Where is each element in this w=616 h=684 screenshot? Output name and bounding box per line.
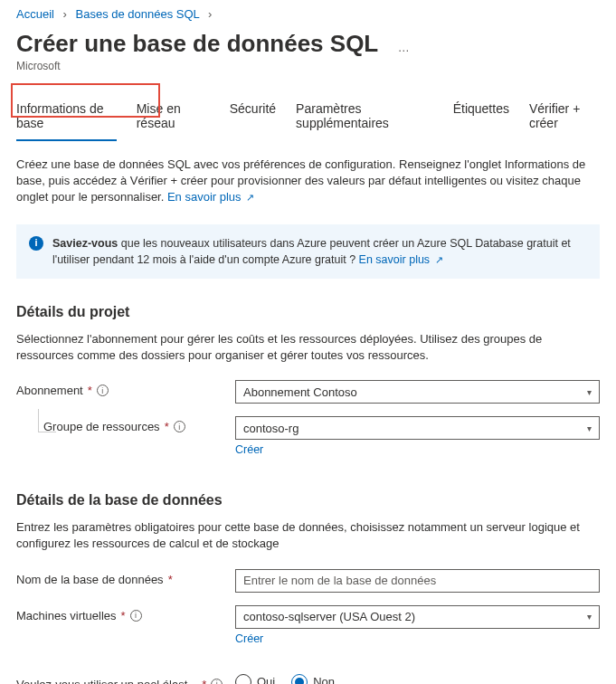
database-name-input[interactable] [235,569,600,593]
field-subscription: Abonnement * i Abonnement Contoso ▾ [16,380,600,404]
breadcrumb-home[interactable]: Accueil [16,7,54,21]
chevron-down-icon: ▾ [587,423,592,433]
infobox-learn-more-link[interactable]: En savoir plus ↗ [359,253,443,266]
label-resource-group: Groupe de ressources [43,420,160,433]
chevron-down-icon: ▾ [587,387,592,397]
required-indicator: * [165,420,169,433]
external-link-icon: ↗ [246,192,254,203]
page-title: Créer une base de données SQL [16,30,378,58]
required-indicator: * [168,573,173,586]
tree-connector-icon [38,409,56,432]
info-tooltip-icon[interactable]: i [211,679,223,684]
tab-tags[interactable]: Étiquettes [453,94,509,141]
section-desc-database: Entrez les paramètres obligatoires pour … [16,519,600,552]
tab-security[interactable]: Sécurité [230,94,276,141]
label-subscription: Abonnement [16,384,83,397]
label-elastic-pool: Voulez-vous utiliser un pool élast... [16,678,197,684]
page-subtitle: Microsoft [16,60,600,72]
field-database-name: Nom de la base de données * [16,569,600,593]
info-banner: i Saviez-vous que les nouveaux utilisate… [16,224,600,279]
radio-icon [291,674,308,684]
field-resource-group: Groupe de ressources * i contoso-rg ▾ Cr… [16,416,600,456]
tab-review[interactable]: Vérifier + créer [529,94,600,141]
label-server: Machines virtuelles [16,609,117,622]
server-select[interactable]: contoso-sqlserver (USA Ouest 2) ▾ [235,605,600,629]
create-server-link[interactable]: Créer [235,632,600,645]
learn-more-link[interactable]: En savoir plus ↗ [167,190,254,204]
radio-pool-no[interactable]: Non [291,674,335,684]
info-tooltip-icon[interactable]: i [97,385,109,396]
resource-group-select[interactable]: contoso-rg ▾ [235,416,600,440]
section-desc-project: Sélectionnez l'abonnement pour gérer les… [16,331,600,364]
subscription-select[interactable]: Abonnement Contoso ▾ [235,380,600,404]
label-database-name: Nom de la base de données [16,573,164,586]
intro-text: Créez une base de données SQL avec vos p… [16,157,600,206]
tab-additional[interactable]: Paramètres supplémentaires [296,94,433,141]
required-indicator: * [121,609,126,622]
required-indicator: * [88,384,92,397]
info-tooltip-icon[interactable]: i [174,421,185,432]
field-server: Machines virtuelles * i contoso-sqlserve… [16,605,600,645]
chevron-right-icon: › [208,7,212,21]
section-heading-project: Détails du projet [16,304,600,320]
external-link-icon: ↗ [435,254,443,265]
info-tooltip-icon[interactable]: i [130,610,142,622]
chevron-down-icon: ▾ [587,612,592,622]
field-elastic-pool: Voulez-vous utiliser un pool élast... * … [16,674,600,684]
more-actions-icon[interactable]: … [398,41,410,54]
radio-icon [235,674,251,684]
section-heading-database: Détails de la base de données [16,492,600,508]
chevron-right-icon: › [63,7,67,21]
info-icon: i [29,236,43,251]
radio-pool-yes[interactable]: Oui [235,674,275,684]
required-indicator: * [202,678,206,684]
breadcrumb: Accueil › Bases de données SQL › [16,7,600,21]
breadcrumb-parent[interactable]: Bases de données SQL [76,7,200,21]
annotation-highlight-tab [11,83,160,118]
create-resource-group-link[interactable]: Créer [235,443,600,456]
